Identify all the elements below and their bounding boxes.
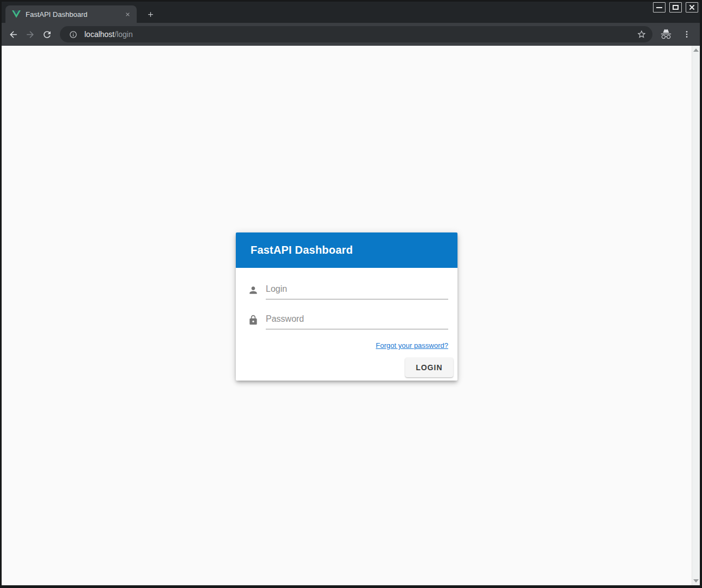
password-field-row (248, 311, 448, 329)
bookmark-star-icon (637, 29, 646, 39)
new-tab-button[interactable] (144, 8, 157, 21)
lock-icon (248, 315, 259, 326)
url-path: /login (114, 30, 132, 39)
maximize-button[interactable] (669, 2, 682, 13)
forgot-row: Forgot your password? (248, 340, 448, 350)
person-icon (248, 285, 259, 296)
forward-arrow-icon (25, 29, 35, 40)
password-input[interactable] (266, 311, 448, 329)
browser-toolbar: localhost/login (2, 23, 700, 46)
card-actions: LOGIN (236, 350, 457, 381)
login-button[interactable]: LOGIN (405, 358, 453, 377)
login-input[interactable] (266, 281, 448, 299)
login-card: FastAPI Dashboard Forgot your password? (236, 232, 457, 381)
url-host: localhost (84, 30, 114, 39)
site-info-button[interactable] (66, 27, 81, 42)
scroll-down-arrow-icon[interactable] (693, 579, 699, 583)
incognito-icon (658, 27, 674, 42)
back-button[interactable] (5, 26, 22, 43)
tab-strip: FastAPI Dashboard (2, 2, 700, 23)
close-button[interactable] (686, 2, 698, 13)
forgot-password-link[interactable]: Forgot your password? (376, 341, 448, 350)
forward-button[interactable] (22, 26, 39, 43)
minimize-button[interactable] (653, 2, 666, 13)
back-arrow-icon (8, 29, 19, 40)
card-header: FastAPI Dashboard (236, 232, 457, 268)
card-body: Forgot your password? (236, 268, 457, 350)
browser-window: FastAPI Dashboard (0, 0, 702, 588)
toolbar-right (658, 27, 694, 42)
bookmark-button[interactable] (634, 27, 649, 42)
page-content: FastAPI Dashboard Forgot your password? (2, 46, 700, 585)
scroll-up-arrow-icon[interactable] (693, 48, 699, 52)
reload-button[interactable] (39, 26, 56, 43)
window-controls (653, 2, 698, 13)
address-bar[interactable]: localhost/login (60, 26, 652, 42)
tab-title: FastAPI Dashboard (26, 10, 123, 19)
minimize-icon (656, 7, 662, 8)
card-title: FastAPI Dashboard (251, 244, 353, 256)
vue-logo-icon (12, 10, 21, 19)
reload-icon (42, 29, 52, 40)
browser-menu-button[interactable] (679, 27, 694, 42)
page-scrollbar[interactable] (692, 46, 700, 585)
url-text[interactable]: localhost/login (84, 30, 634, 39)
kebab-menu-icon (682, 30, 691, 39)
login-field-row (248, 281, 448, 299)
info-icon (69, 30, 77, 39)
tab-close-icon[interactable] (123, 10, 132, 19)
maximize-icon (673, 5, 679, 10)
browser-tab[interactable]: FastAPI Dashboard (5, 5, 137, 23)
close-icon (689, 4, 695, 10)
